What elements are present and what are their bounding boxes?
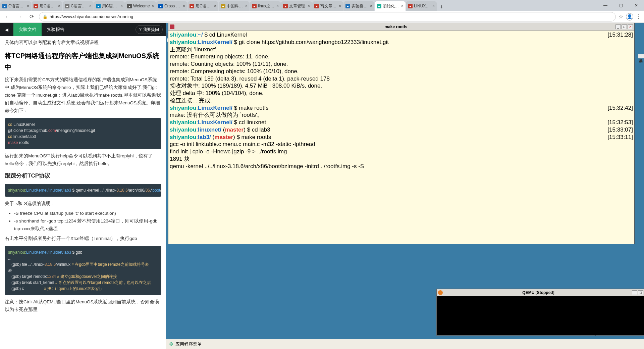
favicon: ●	[65, 4, 69, 8]
address-bar[interactable]: 🔒 https://www.shiyanlou.com/courses/runn…	[39, 12, 616, 21]
browser-tab[interactable]: ●用C语言实×	[187, 1, 218, 11]
intro-text: 具体内容可以参考配套的专栏文章或视频课程	[5, 39, 161, 47]
heading-trace: 跟踪分析TCP协议	[5, 171, 161, 181]
code-block-3: shiyanlou:LinuxKernel/linuxnet/lab3 $ gd…	[5, 246, 161, 295]
ask-question-button[interactable]: ?我要提问	[136, 25, 163, 34]
favicon: ●	[252, 4, 257, 8]
favicon: ●	[283, 4, 288, 8]
browser-tab[interactable]: ●中国科学技×	[219, 1, 250, 11]
para-5: 注意：按Ctrl+Alt从QEMU窗口里的MenuOS系统返回到当前系统，否则会…	[5, 298, 161, 314]
term-minimize[interactable]: _	[615, 24, 621, 29]
window-minimize[interactable]: —	[598, 0, 613, 11]
doc-header: ◀ 实验文档 实验报告 ?我要提问	[0, 23, 166, 36]
close-tab-icon[interactable]: ×	[27, 4, 29, 8]
qemu-body	[437, 296, 644, 335]
browser-tab[interactable]: ●C语言编程×	[0, 1, 31, 11]
menu-icon[interactable]: ⋮	[636, 13, 641, 20]
article-body: 具体内容可以参考配套的专栏文章或视频课程 将TCP网络通信程序的客户端也集成到M…	[0, 36, 166, 316]
close-tab-icon[interactable]: ×	[183, 4, 185, 8]
heading-tcp: 将TCP网络通信程序的客户端也集成到MenuOS系统中	[5, 50, 161, 73]
favicon: ●	[314, 4, 319, 8]
close-tab-icon[interactable]: ×	[58, 4, 60, 8]
terminal-titlebar: make rootfs _ □ ✕	[168, 23, 634, 31]
options-list: -S freeze CPU at startup (use 'c' to sta…	[5, 210, 161, 233]
app-menu-label[interactable]: 应用程序菜单	[175, 341, 202, 347]
qemu-titlebar: QEMU [Stopped] _ □ ✕	[437, 289, 644, 296]
close-tab-icon[interactable]: ×	[432, 4, 435, 8]
close-tab-icon[interactable]: ×	[245, 4, 248, 8]
favicon: ●	[345, 4, 350, 8]
para-1: 接下来我们需要将C/S方式的网络通信程序的客户端也集成到MenuOS系统中,成为…	[5, 76, 161, 115]
back-button[interactable]: ←	[3, 12, 12, 21]
favicon: ●	[2, 4, 7, 8]
para-3: 关于-s和-S选项的说明：	[5, 200, 161, 208]
close-tab-icon[interactable]: ×	[401, 4, 404, 8]
browser-tab[interactable]: ●Welcome×	[125, 1, 156, 11]
qemu-minimize[interactable]: _	[632, 290, 637, 295]
close-tab-icon[interactable]: ×	[339, 4, 341, 8]
close-tab-icon[interactable]: ×	[120, 4, 123, 8]
browser-tab[interactable]: ●Cross Ref×	[156, 1, 187, 11]
para-4: 右击水平分割或者另外打开一个Xfce终端（Terminal），执行gdb	[5, 235, 161, 243]
close-tab-icon[interactable]: ×	[152, 4, 154, 8]
qemu-title: QEMU [Stopped]	[445, 290, 632, 295]
question-icon: ?	[139, 27, 142, 32]
browser-tab[interactable]: ●用C语言实×	[32, 1, 62, 11]
browser-tab[interactable]: ●LINUX虚拟×	[406, 1, 437, 11]
forward-button[interactable]: →	[15, 12, 24, 21]
window-close[interactable]: ✕	[629, 0, 644, 11]
show-toolbar-tab[interactable]: 显示工具栏	[638, 54, 644, 58]
profile-icon[interactable]: 👤	[626, 13, 633, 20]
favicon: ●	[127, 4, 132, 8]
window-maximize[interactable]: ▢	[613, 0, 629, 11]
doc-panel: ◀ 实验文档 实验报告 ?我要提问 具体内容可以参考配套的专栏文章或视频课程 将…	[0, 23, 166, 349]
favicon: ●	[96, 4, 101, 8]
list-item: -S freeze CPU at startup (use 'c' to sta…	[14, 210, 161, 217]
favicon: ●	[221, 4, 225, 8]
close-tab-icon[interactable]: ×	[308, 4, 310, 8]
browser-toolbar: ← → ⟳ 🔒 https://www.shiyanlou.com/course…	[0, 11, 644, 23]
close-tab-icon[interactable]: ×	[214, 4, 216, 8]
url-text: https://www.shiyanlou.com/courses/runnin…	[50, 14, 133, 19]
browser-tab[interactable]: ●写文章-CS×	[312, 1, 343, 11]
doc-back-button[interactable]: ◀	[0, 23, 13, 36]
xfce-taskbar: ❖ 应用程序菜单	[166, 339, 644, 349]
code-block-1: cd LinuxKernel git clone https://github.…	[5, 118, 161, 149]
qemu-window[interactable]: QEMU [Stopped] _ □ ✕	[436, 289, 644, 336]
list-item: -s shorthand for -gdb tcp::1234 若不想使用123…	[14, 217, 161, 233]
tab-report[interactable]: 实验报告	[42, 23, 70, 36]
browser-tabs: ●C语言编程×●用C语言实×●C语言实战×●用C语言实×●Welcome×●Cr…	[0, 0, 644, 11]
term-close[interactable]: ✕	[628, 24, 633, 29]
lock-icon: 🔒	[43, 14, 48, 19]
qemu-maximize[interactable]: □	[638, 290, 643, 295]
reload-button[interactable]: ⟳	[27, 12, 36, 21]
remote-desktop: 隐藏桌面 make rootfs _ □ ✕ shiyanlou:~/ $ cd…	[166, 23, 644, 349]
favicon: ●	[190, 4, 194, 8]
watermark: https://blog.csdn.net/THexiake223	[575, 331, 641, 336]
favicon: ●	[158, 4, 163, 8]
browser-tab[interactable]: ●linux之UD×	[250, 1, 281, 11]
browser-tab[interactable]: ●用C语言实×	[94, 1, 125, 11]
terminal-icon	[170, 24, 174, 29]
close-tab-icon[interactable]: ×	[370, 4, 372, 8]
qemu-icon	[438, 290, 443, 295]
app-menu-icon[interactable]: ❖	[169, 341, 173, 347]
browser-tab[interactable]: ●实验楼_百×	[343, 1, 374, 11]
close-tab-icon[interactable]: ×	[89, 4, 92, 8]
browser-tab[interactable]: ●文章管理×	[281, 1, 312, 11]
favicon: ●	[377, 4, 381, 8]
favicon: ●	[408, 4, 413, 8]
terminal-window[interactable]: make rootfs _ □ ✕ shiyanlou:~/ $ cd Linu…	[168, 23, 635, 244]
tab-doc[interactable]: 实验文档	[13, 23, 42, 36]
term-maximize[interactable]: □	[622, 24, 627, 29]
code-block-2: shiyanlou:LinuxKernel/linuxnet/lab3 $ qe…	[5, 184, 161, 197]
browser-tab[interactable]: ●C语言实战×	[63, 1, 94, 11]
para-2: 运行起来的MenuOS中执行help命令可以看到其中不止有replyhi，也有了…	[5, 152, 161, 168]
browser-tab[interactable]: ●初始化Me×	[375, 1, 406, 11]
favicon: ●	[34, 4, 38, 8]
terminal-title: make rootfs	[176, 24, 615, 29]
new-tab-button[interactable]: +	[437, 4, 446, 11]
terminal-body[interactable]: shiyanlou:~/ $ cd LinuxKernel[15:31:28]s…	[168, 31, 634, 244]
star-icon[interactable]: ☆	[619, 13, 623, 20]
close-tab-icon[interactable]: ×	[276, 4, 279, 8]
